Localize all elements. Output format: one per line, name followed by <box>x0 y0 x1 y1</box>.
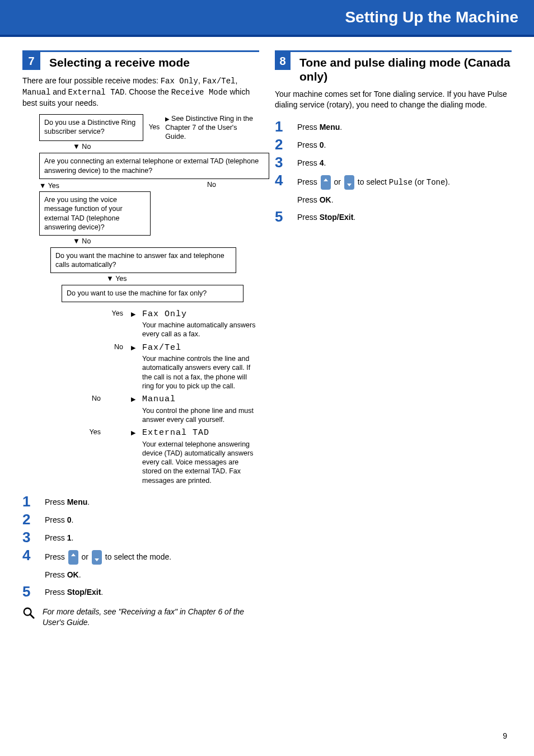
step-row: 2 Press 0. <box>22 512 259 527</box>
outcome-label: Yes <box>39 428 104 436</box>
step-text: . <box>331 195 334 204</box>
outcome-label: No <box>39 394 104 403</box>
step-text: to select <box>355 177 389 186</box>
intro-text: , <box>198 76 203 85</box>
flow-arrow-down: ▼ No <box>39 141 259 153</box>
outcome-manual: No ▶ Manual You control the phone line a… <box>39 394 259 424</box>
page-number: 9 <box>503 731 507 740</box>
intro-text: . Choose the <box>124 87 171 96</box>
section-7: 7 Selecting a receive mode There are fou… <box>22 50 259 628</box>
step-text: . <box>71 515 73 524</box>
step-row: 3 Press 4. <box>275 155 512 170</box>
step-text: . <box>353 213 355 222</box>
step-mono: Tone <box>427 178 446 187</box>
intro-text: , <box>236 76 238 85</box>
step-row: 1 Press Menu. <box>22 494 259 509</box>
flow-q4-yes: Yes <box>115 275 127 283</box>
section-7-number: 7 <box>22 52 40 70</box>
step-key: Stop/Exit <box>67 588 101 597</box>
step-text: (or <box>413 177 427 186</box>
flow-q3-no: No <box>82 237 91 245</box>
flow-q2-yes: ▼ Yes <box>39 180 78 191</box>
step-text: or <box>332 177 343 186</box>
flow-q3: Are you using the voice message function… <box>39 191 151 236</box>
step-body: Press 0. <box>297 137 512 151</box>
intro-mono: Fax/Tel <box>203 77 236 86</box>
flow-q5: Do you want to use the machine for fax o… <box>62 285 243 302</box>
step-row: 4 Press or to select Pulse (or Tone). Pr… <box>275 173 512 206</box>
section-8-title: Tone and pulse dialing mode (Canada only… <box>299 55 512 83</box>
step-text: . <box>79 570 81 579</box>
step-text: . <box>87 497 90 506</box>
outcome-desc: Your machine automatically answers every… <box>142 321 255 338</box>
section-8-steps: 1 Press Menu. 2 Press 0. 3 Press 4. <box>275 119 512 224</box>
section-8-number: 8 <box>275 52 291 70</box>
step-body: Press 0. <box>45 512 259 526</box>
step-text: Press <box>297 140 320 149</box>
step-text: Press <box>45 588 67 597</box>
outcome-name: Fax Only <box>142 309 259 320</box>
receive-mode-flowchart: Do you use a Distinctive Ring subscriber… <box>39 114 259 485</box>
step-text: Press <box>45 515 67 524</box>
intro-text: There are four possible receive modes: <box>22 76 161 85</box>
step-body: Press or to select the mode. Press OK. <box>45 548 259 581</box>
page-header-title: Setting Up the Machine <box>345 8 518 26</box>
step-text: . <box>71 533 73 542</box>
step-number: 5 <box>275 209 288 224</box>
step-number: 2 <box>275 137 288 152</box>
note-text: For more details, see "Receiving a fax" … <box>43 607 248 628</box>
step-row: 5 Press Stop/Exit. <box>22 584 259 599</box>
outcome-desc: You control the phone line and must answ… <box>142 407 254 424</box>
step-row: 2 Press 0. <box>275 137 512 152</box>
down-arrow-key-icon <box>92 550 102 565</box>
flow-arrow-down: ▼ Yes <box>39 273 259 285</box>
step-body: Press 1. <box>45 530 259 544</box>
page-header: Setting Up the Machine <box>0 0 534 37</box>
outcome-name: Manual <box>142 394 259 405</box>
section-8-intro: Your machine comes set for Tone dialing … <box>275 89 512 110</box>
step-key: OK <box>320 195 331 204</box>
arrow-right-icon: ▶ <box>131 342 138 351</box>
outcome-name: External TAD <box>142 428 259 439</box>
section-8-head: 8 Tone and pulse dialing mode (Canada on… <box>275 50 512 83</box>
outcome-name: Fax/Tel <box>142 342 259 354</box>
step-body: Press Menu. <box>45 494 259 508</box>
up-arrow-key-icon <box>321 175 331 190</box>
step-body: Press Stop/Exit. <box>45 584 259 598</box>
step-text: . <box>324 158 326 167</box>
arrow-right-icon: ▶ <box>109 394 138 403</box>
flow-q1: Do you use a Distinctive Ring subscriber… <box>39 114 143 142</box>
step-row: 3 Press 1. <box>22 530 259 544</box>
step-text: Press <box>297 177 320 186</box>
step-body: Press or to select Pulse (or Tone). Pres… <box>297 173 512 206</box>
step-number: 2 <box>22 512 36 527</box>
step-body: Press Menu. <box>297 119 512 133</box>
step-text: to select the mode. <box>103 552 171 561</box>
intro-mono: Receive Mode <box>171 88 228 97</box>
section-7-title: Selecting a receive mode <box>49 55 190 69</box>
step-text: Press <box>45 552 67 561</box>
step-text: Press <box>297 213 320 222</box>
section-7-steps: 1 Press Menu. 2 Press 0. 3 Press 1. <box>22 494 259 599</box>
step-row: 1 Press Menu. <box>275 119 512 134</box>
outcome-label: No <box>39 342 127 351</box>
outcome-desc: Your external telephone answering device… <box>142 440 253 485</box>
step-text: Press <box>297 123 320 132</box>
intro-text: and <box>50 87 68 96</box>
intro-mono: External TAD <box>68 88 125 97</box>
outcome-label: Yes <box>39 309 127 318</box>
step-text: ). <box>445 177 450 186</box>
flow-q2: Are you connecting an external telephone… <box>39 153 269 179</box>
step-key: Stop/Exit <box>320 213 354 222</box>
section-7-head: 7 Selecting a receive mode <box>22 50 259 70</box>
step-text: . <box>340 123 342 132</box>
flow-arrow-down: ▼ No <box>39 236 259 247</box>
step-body: Press Stop/Exit. <box>297 209 512 223</box>
flow-q1-no: No <box>82 143 91 151</box>
section-7-intro: There are four possible receive modes: F… <box>22 76 259 109</box>
outcome-fax-tel: No ▶ Fax/Tel Your machine controls the l… <box>39 342 259 391</box>
step-text: Press <box>297 195 320 204</box>
step-text: . <box>101 588 103 597</box>
down-arrow-key-icon <box>344 175 354 190</box>
step-number: 4 <box>275 173 288 187</box>
